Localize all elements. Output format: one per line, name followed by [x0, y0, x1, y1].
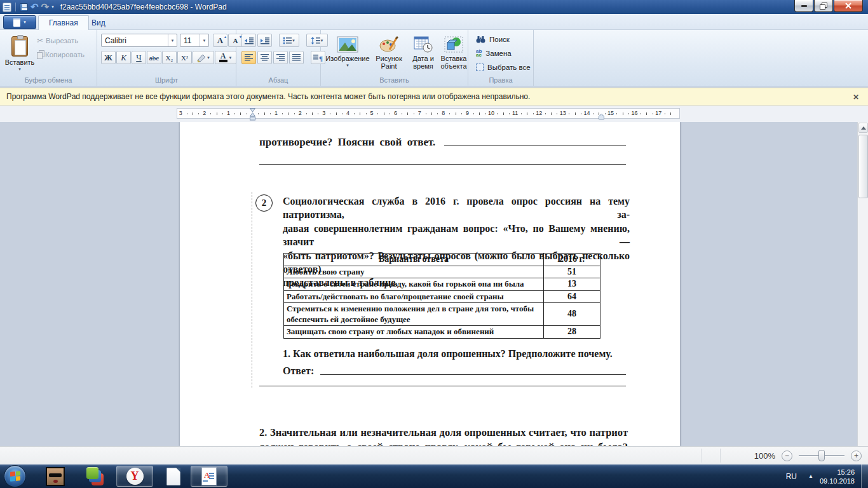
date-time-label: Дата ивремя	[412, 55, 434, 70]
ruler-tick	[366, 113, 367, 114]
wordpad-app-icon[interactable]	[3, 3, 11, 12]
increase-indent-button[interactable]	[257, 34, 272, 47]
ruler-tick	[557, 113, 557, 114]
ruler-number: 5	[370, 110, 373, 116]
image-icon	[337, 36, 358, 53]
compatibility-warning-bar: Программа WordPad поддерживает не все фу…	[0, 88, 868, 105]
survey-table-cell: Стремиться к изменению положения дел в с…	[284, 303, 544, 326]
windows-logo-icon	[10, 471, 20, 482]
avatar	[46, 467, 65, 486]
ruler-tick	[665, 113, 665, 114]
ruler-number: 14	[583, 110, 590, 116]
ruler-tick	[670, 112, 671, 115]
decrease-indent-button[interactable]	[241, 34, 256, 47]
taskbar-clock[interactable]: 15:26 09.10.2018	[820, 468, 861, 485]
paint-drawing-button[interactable]: РисунокPaint	[372, 33, 406, 80]
insert-image-button[interactable]: Изображение ▾	[325, 33, 370, 80]
start-button[interactable]	[4, 465, 26, 487]
italic-button[interactable]: К	[116, 51, 131, 64]
ruler-tick	[258, 113, 259, 114]
taskbar-yandex-browser-button[interactable]: Y	[116, 466, 153, 487]
window-title: f2aac55bbd40425ab7fee4feebcbc698 - WordP…	[60, 3, 227, 11]
underline-button[interactable]: Ч	[132, 51, 146, 64]
taskbar-avatar-app-icon[interactable]	[44, 466, 66, 487]
file-menu-button[interactable]: ▾	[3, 15, 36, 29]
date-time-button[interactable]: Дата ивремя	[406, 33, 440, 80]
ruler-tick	[473, 113, 474, 114]
ruler-number: 12	[536, 110, 542, 116]
copy-button[interactable]: Копировать	[37, 49, 85, 60]
font-family-value: Calibri	[102, 36, 168, 45]
survey-table-body: Любить свою страну51Говорить о своей стр…	[284, 266, 600, 338]
superscript-button[interactable]: X²	[177, 51, 192, 64]
close-button[interactable]	[834, 0, 863, 12]
ruler-tick	[198, 113, 199, 114]
font-size-select[interactable]: 11 ▼	[180, 34, 209, 47]
first-line-indent-marker[interactable]	[250, 108, 255, 121]
align-center-button[interactable]	[257, 51, 272, 64]
scroll-up-button[interactable]	[858, 123, 868, 133]
select-all-button[interactable]: Выбрать все	[476, 62, 531, 73]
ruler-tick	[288, 112, 288, 115]
qat-customize-arrow-icon[interactable]: ▾	[51, 4, 54, 10]
survey-table: Варианты ответа2016 г. Любить свою стран…	[283, 253, 600, 339]
list-button[interactable]: ▼	[279, 34, 299, 47]
language-indicator[interactable]: RU	[781, 472, 802, 481]
highlight-color-button[interactable]: ▼	[193, 51, 214, 64]
find-button[interactable]: Поиск	[476, 34, 510, 45]
paste-button[interactable]: Вставить ▾	[5, 33, 34, 79]
save-icon[interactable]	[20, 3, 28, 11]
font-family-select[interactable]: Calibri ▼	[101, 34, 177, 47]
copy-icon	[37, 52, 43, 59]
restore-button[interactable]	[814, 0, 833, 12]
cut-icon: ✂	[37, 36, 43, 45]
bold-button[interactable]: Ж	[101, 51, 116, 64]
zoom-slider-thumb[interactable]	[818, 450, 825, 461]
taskbar-document-icon[interactable]	[162, 466, 185, 487]
group-label-font: Шрифт	[97, 76, 236, 84]
document-page[interactable]: противоречие? Поясни свой ответ. 2 Социо…	[180, 122, 680, 446]
ruler-number: 17	[655, 110, 661, 116]
replace-button[interactable]: ab ac Замена	[476, 48, 512, 59]
insert-object-button[interactable]: Вставкаобъекта	[437, 33, 471, 80]
zoom-in-button[interactable]: +	[851, 451, 862, 461]
vertical-scrollbar[interactable]	[857, 122, 868, 446]
window-controls	[794, 0, 863, 12]
clock-date: 09.10.2018	[820, 477, 855, 485]
redo-icon[interactable]: ↷	[41, 3, 50, 11]
warning-close-icon[interactable]: ✕	[850, 92, 862, 103]
align-right-button[interactable]	[273, 51, 288, 64]
binoculars-icon	[476, 36, 485, 43]
font-color-button[interactable]: A ▼	[215, 51, 236, 64]
group-label-clipboard: Буфер обмена	[0, 76, 97, 84]
chevron-down-icon[interactable]: ▼	[168, 34, 177, 46]
cut-button[interactable]: ✂ Вырезать	[37, 35, 78, 46]
tray-expand-icon[interactable]: ▲	[802, 473, 820, 479]
tab-view[interactable]: Вид	[81, 15, 116, 30]
chevron-down-icon: ▾	[346, 63, 349, 68]
align-right-icon	[276, 54, 285, 61]
taskbar-wordpad-button[interactable]	[191, 466, 227, 487]
justify-button[interactable]	[289, 51, 304, 64]
taskbar-bluestacks-icon[interactable]	[84, 466, 107, 487]
minimize-icon	[801, 5, 807, 7]
ruler-tick	[623, 112, 623, 115]
subscript-button[interactable]: X₂	[162, 51, 177, 64]
scan-margin-dashes	[252, 192, 252, 388]
minimize-button[interactable]	[794, 0, 813, 12]
show-desktop-button[interactable]	[861, 464, 868, 488]
group-label-paragraph: Абзац	[236, 76, 320, 84]
scrollbar-thumb[interactable]	[858, 135, 868, 198]
right-indent-marker[interactable]	[599, 114, 604, 119]
undo-icon[interactable]: ↶	[31, 3, 39, 11]
ruler-tick	[360, 112, 360, 115]
ruler-number: 10	[488, 110, 494, 116]
zoom-out-button[interactable]: −	[782, 451, 792, 461]
strikethrough-button[interactable]: abc	[147, 51, 161, 64]
ruler-tick	[646, 112, 647, 115]
zoom-slider[interactable]	[799, 450, 844, 461]
grow-font-button[interactable]: A▴	[213, 34, 227, 47]
chevron-down-icon[interactable]: ▼	[200, 34, 208, 46]
align-left-button[interactable]	[241, 51, 256, 64]
ruler-tick	[431, 112, 432, 115]
